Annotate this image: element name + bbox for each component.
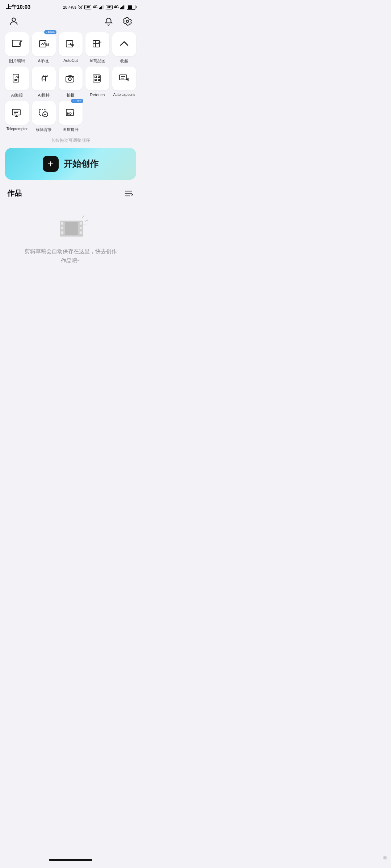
tool-ai-draw[interactable]: Free AI AI作图 <box>32 32 56 64</box>
tool-collapse[interactable]: 收起 <box>112 32 136 64</box>
tool-ai-model[interactable]: AI AI模特 <box>32 67 56 98</box>
svg-rect-4 <box>102 5 103 9</box>
tools-row-2: AI AI海报 AI AI模特 <box>5 67 136 98</box>
hd-badge-1: HD <box>84 5 91 9</box>
tool-teleprompter[interactable]: Teleprompter <box>5 101 29 132</box>
auto-captions-icon <box>118 73 130 84</box>
tool-retouch-label: Retouch <box>90 93 105 97</box>
svg-rect-35 <box>72 77 73 78</box>
svg-rect-3 <box>101 6 102 9</box>
svg-text:AI: AI <box>98 40 101 43</box>
empty-slot-1 <box>85 101 109 132</box>
alarm-icon <box>78 5 83 10</box>
tool-ai-poster[interactable]: AI AI海报 <box>5 67 29 98</box>
tool-retouch[interactable]: Retouch <box>85 67 109 98</box>
svg-rect-37 <box>119 75 127 80</box>
gear-icon <box>123 17 132 26</box>
svg-text:AI: AI <box>45 43 49 47</box>
svg-rect-2 <box>100 7 101 9</box>
works-title: 作品 <box>7 188 22 198</box>
sort-button[interactable] <box>125 190 134 197</box>
svg-rect-60 <box>61 231 63 234</box>
works-section: 作品 <box>0 186 141 280</box>
tool-camera[interactable]: 拍摄 <box>59 67 83 98</box>
signal-icon-1 <box>99 5 104 9</box>
status-bar: 上午10:03 28.4K/s HD 4G HD 4G <box>0 0 141 12</box>
empty-slot-2 <box>112 101 136 132</box>
camera-icon <box>65 73 76 84</box>
create-button-wrap: + 开始创作 <box>0 148 141 186</box>
retouch-icon <box>92 73 103 84</box>
svg-rect-62 <box>80 227 82 229</box>
tool-ai-product-label: AI商品图 <box>89 58 105 64</box>
tool-remove-bg-label: 移除背景 <box>36 127 52 132</box>
tool-auto-captions-label: Auto captions <box>113 93 135 97</box>
empty-text: 剪辑草稿会自动保存在这里，快去创作作品吧~ <box>25 247 117 265</box>
tool-teleprompter-label: Teleprompter <box>7 127 28 131</box>
tool-autocut[interactable]: AI AutoCut <box>59 32 83 64</box>
tool-ai-draw-label: AI作图 <box>38 58 50 64</box>
network-speed: 28.4K/s <box>63 5 76 9</box>
empty-text-content: 剪辑草稿会自动保存在这里，快去创作作品吧~ <box>25 248 117 264</box>
svg-rect-59 <box>61 227 63 229</box>
tool-ai-product[interactable]: AI AI商品图 <box>85 32 109 64</box>
svg-line-15 <box>21 41 22 42</box>
bell-icon <box>104 17 113 26</box>
tool-ai-poster-label: AI海报 <box>11 93 23 98</box>
svg-rect-64 <box>65 222 78 235</box>
remove-bg-icon <box>38 107 50 119</box>
svg-text:AI: AI <box>45 75 48 78</box>
enhance-badge: Free <box>71 99 83 103</box>
header <box>0 12 141 32</box>
signal-icon-2 <box>120 5 125 9</box>
settings-button[interactable] <box>121 15 134 28</box>
svg-text:HD: HD <box>67 112 72 115</box>
tools-row-3: Teleprompter 移除背景 Free HD <box>5 101 136 132</box>
notification-button[interactable] <box>102 15 115 28</box>
svg-rect-61 <box>80 222 82 225</box>
tool-enhance[interactable]: Free HD 画质提升 <box>59 101 83 132</box>
tool-image-edit[interactable]: 图片编辑 <box>5 32 29 64</box>
tool-image-edit-label: 图片编辑 <box>9 58 25 64</box>
works-header: 作品 <box>7 188 134 198</box>
signal-4g-1: 4G <box>93 5 97 9</box>
svg-line-54 <box>82 216 84 218</box>
signal-4g-2: 4G <box>114 5 119 9</box>
hd-badge-2: HD <box>106 5 113 9</box>
svg-rect-7 <box>121 7 122 9</box>
svg-rect-58 <box>61 222 63 225</box>
svg-text:AI: AI <box>15 75 19 78</box>
autocut-icon: AI <box>65 38 76 50</box>
tool-autocut-label: AutoCut <box>63 58 78 63</box>
tool-remove-bg[interactable]: 移除背景 <box>32 101 56 132</box>
profile-button[interactable] <box>7 15 20 28</box>
tools-section: 图片编辑 Free AI AI作图 AI <box>0 32 141 148</box>
empty-state: 剪辑草稿会自动保存在这里，快去创作作品吧~ <box>7 207 134 280</box>
tools-row-1: 图片编辑 Free AI AI作图 AI <box>5 32 136 64</box>
tool-ai-model-label: AI模特 <box>38 93 50 98</box>
svg-rect-10 <box>124 5 125 9</box>
svg-rect-8 <box>122 6 123 9</box>
create-plus-icon: + <box>43 156 59 172</box>
create-button[interactable]: + 开始创作 <box>5 148 136 180</box>
battery-icon <box>127 5 135 10</box>
tool-enhance-label: 画质提升 <box>63 127 79 132</box>
status-time: 上午10:03 <box>6 4 30 10</box>
svg-point-34 <box>68 78 71 81</box>
svg-rect-1 <box>99 8 100 9</box>
status-right: 28.4K/s HD 4G HD 4G <box>63 5 135 10</box>
film-icon <box>56 214 85 239</box>
ai-draw-icon: AI <box>38 38 50 50</box>
enhance-icon: HD <box>65 107 76 119</box>
svg-point-11 <box>12 18 15 21</box>
image-edit-icon <box>11 38 23 50</box>
ai-product-icon: AI <box>92 38 103 50</box>
ai-draw-badge: Free <box>44 30 56 34</box>
sort-edit-icon <box>125 190 134 197</box>
svg-point-12 <box>126 20 129 23</box>
ai-poster-icon: AI <box>11 73 23 84</box>
chevron-up-icon <box>118 38 130 50</box>
svg-rect-63 <box>80 231 82 234</box>
tool-auto-captions[interactable]: Auto captions <box>112 67 136 98</box>
svg-rect-5 <box>103 5 104 9</box>
